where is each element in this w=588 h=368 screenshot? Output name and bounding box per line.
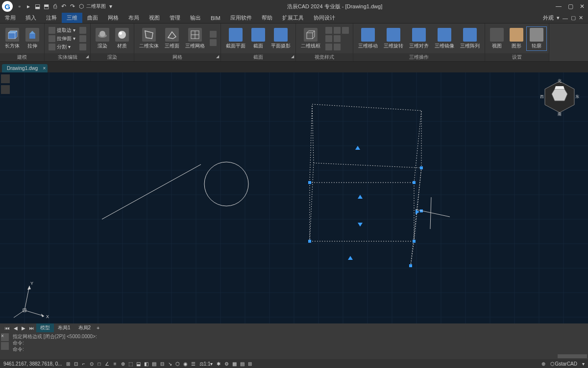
edit-small-2[interactable]	[78, 35, 87, 43]
redo-icon[interactable]: ↷	[69, 2, 76, 10]
dyn-toggle[interactable]: ⊕	[120, 360, 126, 367]
tab-annotate[interactable]: 注释	[41, 13, 62, 23]
grips[interactable]	[308, 146, 423, 267]
drawing-tool[interactable]: 图形	[507, 27, 526, 50]
undo-icon[interactable]: ↶	[60, 2, 68, 10]
layout-tab-2[interactable]: 布局2	[74, 323, 95, 332]
face3d-tool[interactable]: 三维面	[162, 27, 182, 50]
otrack-toggle[interactable]: ∠	[104, 360, 111, 367]
drawn-circle[interactable]	[204, 162, 248, 206]
tab-home[interactable]: 常用	[0, 13, 21, 23]
expand-icon[interactable]: ◢	[216, 54, 219, 59]
tab-apps[interactable]: 应用软件	[225, 13, 257, 23]
toggle-14[interactable]: ↘	[167, 360, 173, 367]
toggle-16[interactable]: ◉	[182, 360, 189, 367]
align3d-tool[interactable]: 三维对齐	[406, 27, 432, 50]
close-icon[interactable]: ✕	[578, 2, 586, 10]
toggle-22[interactable]: ⊞	[246, 360, 253, 367]
profile-tool[interactable]: 轮廓	[526, 26, 547, 51]
maximize2-icon[interactable]: ▢	[571, 15, 576, 21]
left-tool-2[interactable]	[1, 85, 10, 94]
mesh3d-tool[interactable]: 三维网格	[182, 27, 208, 50]
ortho-toggle[interactable]: ⌐	[80, 360, 87, 367]
move3d-tool[interactable]: 三维移动	[355, 27, 381, 50]
toggle-13[interactable]: ⊟	[159, 360, 166, 367]
tab-surface[interactable]: 曲面	[82, 13, 103, 23]
extrude-tool[interactable]: 拉伸	[23, 27, 42, 50]
toggle-18[interactable]: ✱	[215, 360, 222, 367]
layout-tab-model[interactable]: 模型	[36, 323, 54, 332]
mirror3d-tool[interactable]: 三维镜像	[432, 27, 457, 50]
minimize-icon[interactable]: ―	[555, 2, 563, 10]
status-expand[interactable]: ▾	[581, 361, 586, 367]
visual-opt-2[interactable]	[324, 35, 350, 43]
toggle-20[interactable]: ▦	[231, 360, 238, 367]
snap-toggle[interactable]: ⊡	[73, 360, 79, 367]
toggle-12[interactable]: ▤	[151, 360, 158, 367]
box-tool[interactable]: 长方体	[2, 27, 23, 50]
tab-mesh[interactable]: 网格	[103, 13, 123, 23]
tab-bim[interactable]: BIM	[206, 14, 225, 23]
expand-icon[interactable]: ◢	[86, 54, 89, 59]
close2-icon[interactable]: ✕	[579, 15, 583, 21]
workspace-icon[interactable]: ⬡	[77, 2, 85, 10]
array3d-tool[interactable]: 三维阵列	[457, 27, 483, 50]
rotate3d-tool[interactable]: 三维旋转	[381, 27, 406, 50]
appearance-label[interactable]: 外观	[543, 14, 554, 22]
section-tool[interactable]: 截面	[248, 27, 268, 50]
drawn-line[interactable]	[102, 164, 201, 219]
section-plane-tool[interactable]: 截面平面	[223, 27, 248, 50]
cmd-close-icon[interactable]: ×	[1, 333, 9, 341]
tab-3d[interactable]: 三维	[62, 13, 82, 23]
notification-icon[interactable]: ⊕	[540, 360, 547, 367]
tab-layout[interactable]: 布局	[123, 13, 144, 23]
lwt-toggle[interactable]: ≡	[112, 360, 119, 367]
tab-insert[interactable]: 插入	[21, 13, 41, 23]
split-tool[interactable]: 分割▾	[48, 43, 76, 51]
maximize-icon[interactable]: ▢	[566, 2, 574, 10]
tab-output[interactable]: 输出	[185, 13, 206, 23]
tab-extend[interactable]: 扩展工具	[277, 13, 309, 23]
toggle-11[interactable]: ◧	[143, 360, 150, 367]
toggle-9[interactable]: ⬚	[127, 360, 134, 367]
new-icon[interactable]: ▫	[16, 2, 24, 10]
layout-nav-last[interactable]: ⏭	[27, 324, 36, 332]
toggle-15[interactable]: ⬡	[174, 360, 181, 367]
save-icon[interactable]: ⬓	[33, 2, 41, 10]
edit-small-3[interactable]	[78, 43, 87, 51]
layout-nav-prev[interactable]: ◀	[12, 324, 20, 332]
saveas-icon[interactable]: ⬒	[42, 2, 50, 10]
layout-nav-next[interactable]: ▶	[20, 324, 27, 332]
print-icon[interactable]: ⎙	[51, 2, 59, 10]
solid2d-tool[interactable]: 二维实体	[136, 27, 162, 50]
expand-icon[interactable]: ◢	[291, 54, 294, 59]
mesh-opt-1[interactable]	[209, 30, 218, 38]
cmd-scrollbar[interactable]	[558, 354, 587, 358]
grid-toggle[interactable]: ⊞	[65, 360, 72, 367]
open-icon[interactable]: ▸	[24, 2, 32, 10]
close-tab-icon[interactable]: ×	[43, 66, 46, 71]
toggle-21[interactable]: ▤	[239, 360, 245, 367]
osnap-toggle[interactable]: □	[96, 360, 103, 367]
mesh-opt-2[interactable]	[209, 39, 218, 46]
toggle-10[interactable]: ⬓	[135, 360, 142, 367]
visual-opt-3[interactable]	[324, 43, 350, 51]
viewcube[interactable]: 北 南 东 西	[540, 77, 579, 116]
left-tool-1[interactable]	[1, 74, 10, 83]
material-tool[interactable]: 材质	[112, 27, 132, 50]
toggle-19[interactable]: ⚙	[223, 360, 230, 367]
chevron-down-icon[interactable]: ▾	[107, 2, 115, 10]
flatshot-tool[interactable]: 平面摄影	[268, 27, 294, 50]
drawing-canvas[interactable]	[0, 72, 588, 325]
workspace-dropdown[interactable]: 二维草图	[86, 2, 106, 10]
wireframe2d-tool[interactable]: 二维线框	[298, 27, 323, 50]
layout-nav-first[interactable]: ⏮	[3, 324, 12, 332]
visual-opt-1[interactable]	[324, 26, 350, 34]
layout-tab-1[interactable]: 布局1	[54, 323, 74, 332]
polar-toggle[interactable]: ⊙	[88, 360, 95, 367]
render-tool[interactable]: 渲染	[93, 27, 112, 50]
toggle-17[interactable]: ☰	[190, 360, 197, 367]
tab-help[interactable]: 帮助	[257, 13, 277, 23]
view-tool[interactable]: 视图	[487, 27, 507, 50]
layout-add[interactable]: +	[95, 324, 101, 332]
